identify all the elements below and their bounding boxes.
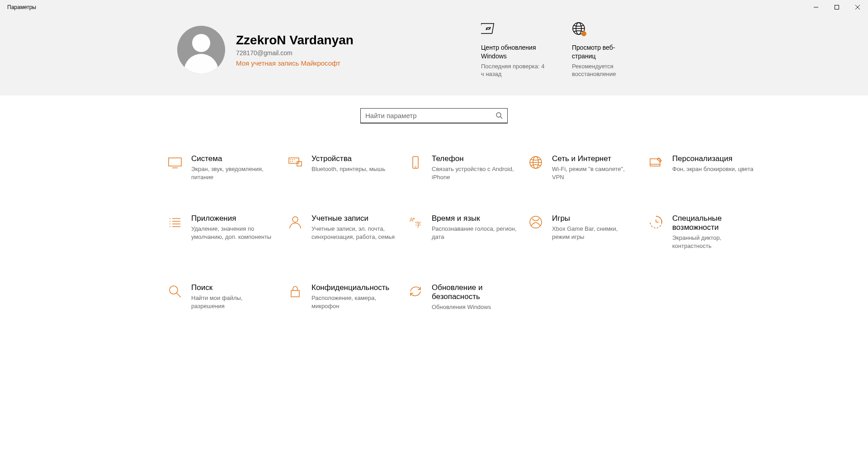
search-box[interactable]: [360, 108, 508, 124]
keyboard-icon: [288, 155, 302, 170]
paint-icon: [649, 155, 663, 170]
account-link[interactable]: Моя учетная запись Майкрософт: [236, 59, 354, 67]
svg-rect-10: [169, 158, 181, 166]
category-apps[interactable]: Приложения Удаление, значения по умолчан…: [168, 214, 276, 250]
monitor-icon: [168, 155, 182, 170]
header-banner: ZzekroN Vardanyan 728170@gmail.com Моя у…: [0, 14, 868, 95]
category-title: Время и язык: [432, 214, 517, 223]
list-icon: [168, 215, 182, 229]
svg-rect-13: [297, 162, 302, 166]
category-title: Устройства: [311, 154, 385, 163]
phone-icon: [408, 155, 423, 170]
user-name: ZzekroN Vardanyan: [236, 33, 354, 48]
category-time-language[interactable]: A字 Время и язык Распознавание голоса, ре…: [408, 214, 517, 250]
category-gaming[interactable]: Игры Xbox Game Bar, снимки, режим игры: [528, 214, 637, 250]
category-desc: Учетные записи, эл. почта, синхронизация…: [311, 225, 396, 241]
maximize-button[interactable]: [826, 0, 847, 14]
category-title: Приложения: [191, 214, 276, 223]
svg-point-39: [170, 286, 178, 294]
category-title: Обновление и безопасность: [432, 283, 517, 301]
search-wrapper: [0, 95, 868, 124]
search-icon: [495, 112, 503, 119]
status-tile-title: Центр обновления Windows: [481, 43, 547, 61]
window-controls: [806, 0, 868, 14]
category-phone[interactable]: Телефон Связать устройство с Android, iP…: [408, 154, 517, 181]
category-desc: Bluetooth, принтеры, мышь: [311, 165, 385, 173]
update-icon: [481, 22, 547, 38]
category-search[interactable]: Поиск Найти мои файлы, разрешения: [168, 283, 276, 311]
category-title: Игры: [552, 214, 637, 223]
category-desc: Найти мои файлы, разрешения: [191, 294, 276, 310]
category-personalization[interactable]: Персонализация Фон, экран блокировки, цв…: [649, 154, 757, 181]
status-tile-update[interactable]: Центр обновления Windows Последняя прове…: [481, 22, 547, 78]
svg-rect-1: [835, 5, 839, 10]
svg-text:A: A: [410, 217, 413, 223]
minimize-button[interactable]: [806, 0, 826, 14]
category-desc: Обновления Windows: [432, 303, 517, 311]
svg-rect-41: [291, 290, 299, 297]
sync-icon: [408, 284, 423, 299]
category-accessibility[interactable]: Специальные возможности Экранный диктор,…: [649, 214, 757, 250]
person-icon: [288, 215, 302, 229]
status-tile-browsing[interactable]: Просмотр веб-страниц Рекомендуется восст…: [572, 22, 637, 78]
window-title: Параметры: [7, 4, 36, 10]
xbox-icon: [528, 215, 543, 229]
status-tile-title: Просмотр веб-страниц: [572, 43, 637, 61]
search-icon: [168, 284, 182, 299]
svg-text:字: 字: [415, 221, 421, 228]
search-input[interactable]: [365, 112, 495, 119]
category-title: Телефон: [432, 154, 517, 163]
category-desc: Удаление, значения по умолчанию, доп. ко…: [191, 225, 276, 241]
categories-grid: Система Экран, звук, уведомления, питани…: [115, 124, 753, 311]
category-desc: Распознавание голоса, регион, дата: [432, 225, 517, 241]
category-title: Поиск: [191, 283, 276, 292]
category-desc: Wi-Fi, режим "в самолете", VPN: [552, 165, 637, 181]
svg-point-34: [292, 217, 298, 222]
status-tile-subtitle: Последняя проверка: 4 ч назад: [481, 62, 547, 78]
status-tile-subtitle: Рекомендуется восстановление: [572, 62, 637, 78]
svg-point-8: [496, 113, 501, 117]
category-accounts[interactable]: Учетные записи Учетные записи, эл. почта…: [288, 214, 396, 250]
close-button[interactable]: [847, 0, 868, 14]
category-devices[interactable]: Устройства Bluetooth, принтеры, мышь: [288, 154, 396, 181]
category-title: Персонализация: [672, 154, 753, 163]
user-block: ZzekroN Vardanyan 728170@gmail.com Моя у…: [177, 22, 354, 78]
category-network[interactable]: Сеть и Интернет Wi-Fi, режим "в самолете…: [528, 154, 637, 181]
accessibility-icon: [649, 215, 663, 229]
category-system[interactable]: Система Экран, звук, уведомления, питани…: [168, 154, 276, 181]
svg-point-37: [530, 216, 542, 228]
language-icon: A字: [408, 215, 423, 229]
svg-line-9: [500, 117, 502, 119]
globe-icon: [572, 22, 587, 38]
category-title: Система: [191, 154, 276, 163]
category-title: Специальные возможности: [672, 214, 757, 232]
category-title: Учетные записи: [311, 214, 396, 223]
category-desc: Экранный диктор, контрастность: [672, 234, 757, 250]
category-title: Конфиденциальность: [311, 283, 396, 292]
category-desc: Связать устройство с Android, iPhone: [432, 165, 517, 181]
category-desc: Xbox Game Bar, снимки, режим игры: [552, 225, 637, 241]
avatar[interactable]: [177, 26, 225, 74]
svg-rect-19: [413, 157, 418, 168]
category-update-security[interactable]: Обновление и безопасность Обновления Win…: [408, 283, 517, 311]
category-desc: Экран, звук, уведомления, питание: [191, 165, 276, 181]
svg-rect-4: [481, 24, 494, 33]
lock-icon: [288, 284, 302, 299]
category-desc: Фон, экран блокировки, цвета: [672, 165, 753, 173]
globe-icon: [528, 155, 543, 170]
category-title: Сеть и Интернет: [552, 154, 637, 163]
user-email: 728170@gmail.com: [236, 49, 354, 57]
category-desc: Расположение, камера, микрофон: [311, 294, 396, 310]
svg-rect-24: [650, 159, 660, 166]
titlebar: Параметры: [0, 0, 868, 14]
warning-badge-icon: [581, 31, 586, 36]
category-privacy[interactable]: Конфиденциальность Расположение, камера,…: [288, 283, 396, 311]
svg-line-40: [177, 293, 181, 297]
